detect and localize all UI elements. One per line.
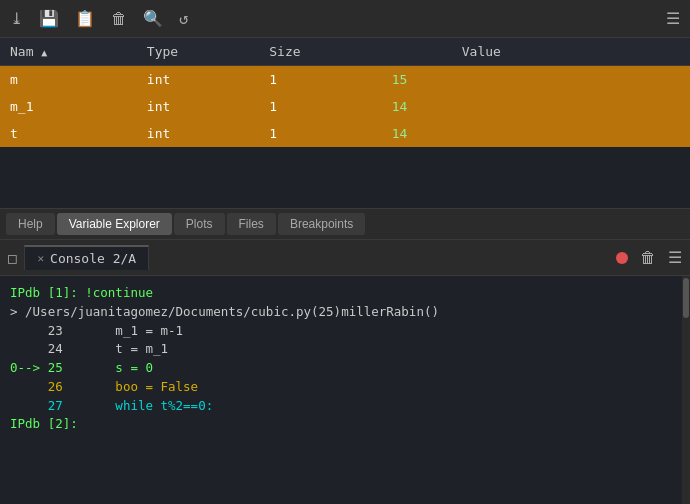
- console-header-icons: 🗑 ☰: [616, 248, 682, 267]
- console-output: IPdb [1]: !continue> /Users/juanitagomez…: [10, 284, 680, 434]
- console-line: 24 t = m_1: [10, 340, 680, 359]
- trash-icon[interactable]: 🗑: [640, 248, 656, 267]
- menu-icon[interactable]: ☰: [666, 9, 680, 28]
- col-type-header[interactable]: Type: [137, 38, 259, 66]
- cell-size: 1: [259, 120, 381, 147]
- cell-value: 14: [382, 93, 690, 120]
- console-menu-icon[interactable]: ☰: [668, 248, 682, 267]
- console-section: □ ✕ Console 2/A 🗑 ☰ IPdb [1]: !continue>…: [0, 240, 690, 504]
- console-line: 26 boo = False: [10, 378, 680, 397]
- refresh-icon[interactable]: ↺: [179, 9, 189, 28]
- download-icon[interactable]: ⤓: [10, 9, 23, 28]
- console-line: 0--> 25 s = 0: [10, 359, 680, 378]
- cell-value: 15: [382, 66, 690, 94]
- tab-breakpoints[interactable]: Breakpoints: [278, 213, 365, 235]
- tab-variable-explorer[interactable]: Variable Explorer: [57, 213, 172, 235]
- table-row: m_1 int 1 14: [0, 93, 690, 120]
- cell-name: t: [0, 120, 137, 147]
- console-line: 27 while t%2==0:: [10, 397, 680, 416]
- tab-files[interactable]: Files: [227, 213, 276, 235]
- table-row: m int 1 15: [0, 66, 690, 94]
- scrollbar-thumb[interactable]: [683, 278, 689, 318]
- minimize-icon[interactable]: □: [8, 250, 16, 266]
- console-header: □ ✕ Console 2/A 🗑 ☰: [0, 240, 690, 276]
- console-line: 23 m_1 = m-1: [10, 322, 680, 341]
- save-icon[interactable]: 💾: [39, 9, 59, 28]
- console-tab[interactable]: ✕ Console 2/A: [24, 245, 149, 270]
- cell-value: 14: [382, 120, 690, 147]
- table-row: t int 1 14: [0, 120, 690, 147]
- cell-size: 1: [259, 93, 381, 120]
- cell-type: int: [137, 66, 259, 94]
- cell-name: m_1: [0, 93, 137, 120]
- variable-table: Nam ▲ Type Size Value m int 1 15 m_1 int…: [0, 38, 690, 147]
- col-name-header[interactable]: Nam ▲: [0, 38, 137, 66]
- col-size-header[interactable]: Size: [259, 38, 381, 66]
- close-icon[interactable]: ✕: [37, 252, 44, 265]
- top-tab-bar: Help Variable Explorer Plots Files Break…: [0, 208, 690, 240]
- delete-icon[interactable]: 🗑: [111, 9, 127, 28]
- console-title: Console 2/A: [50, 251, 136, 266]
- copy-icon[interactable]: 📋: [75, 9, 95, 28]
- cell-type: int: [137, 120, 259, 147]
- tab-plots[interactable]: Plots: [174, 213, 225, 235]
- top-toolbar: ⤓ 💾 📋 🗑 🔍 ↺ ☰: [0, 0, 690, 38]
- console-line: IPdb [2]:: [10, 415, 680, 434]
- console-scrollbar[interactable]: [682, 276, 690, 504]
- stop-icon[interactable]: [616, 252, 628, 264]
- console-line: > /Users/juanitagomez/Documents/cubic.py…: [10, 303, 680, 322]
- cell-type: int: [137, 93, 259, 120]
- cell-size: 1: [259, 66, 381, 94]
- cell-name: m: [0, 66, 137, 94]
- tab-help[interactable]: Help: [6, 213, 55, 235]
- console-line: IPdb [1]: !continue: [10, 284, 680, 303]
- search-icon[interactable]: 🔍: [143, 9, 163, 28]
- variable-explorer: Nam ▲ Type Size Value m int 1 15 m_1 int…: [0, 38, 690, 208]
- console-body: IPdb [1]: !continue> /Users/juanitagomez…: [0, 276, 690, 504]
- col-value-header[interactable]: Value: [382, 38, 690, 66]
